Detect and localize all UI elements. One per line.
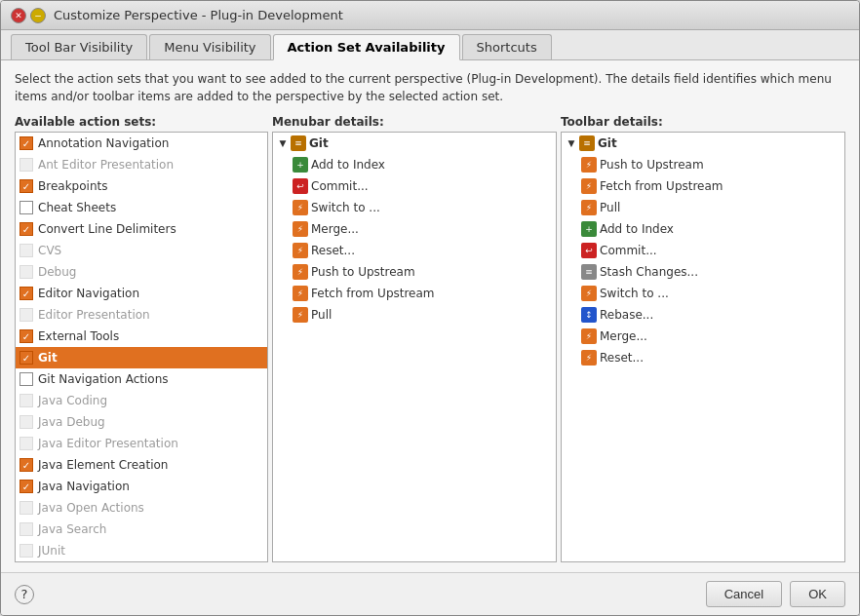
checkbox[interactable]: ✓ [20,351,33,365]
tab-menu-visibility[interactable]: Menu Visibility [149,34,270,59]
action-icon: ⚡ [293,286,308,301]
checkbox[interactable] [20,308,33,322]
tree-toggle-icon[interactable]: ▼ [566,137,577,149]
tabs-bar: Tool Bar Visibility Menu Visibility Acti… [1,30,859,60]
checkbox[interactable] [20,394,33,407]
action-icon: ≡ [581,264,597,280]
checkbox[interactable] [20,522,33,536]
available-header: Available action sets: [15,115,268,129]
checkbox[interactable] [20,372,33,386]
list-item[interactable]: ✓Convert Line Delimiters [16,218,267,240]
checkbox[interactable]: ✓ [20,287,33,300]
available-list[interactable]: ✓Annotation NavigationAnt Editor Present… [15,132,268,562]
tree-item-label: Reset... [311,244,355,257]
checkbox[interactable] [20,265,33,279]
tree-item-label: Add to Index [600,222,674,236]
list-item[interactable]: CVS [16,240,267,261]
list-item[interactable]: Ant Editor Presentation [16,154,267,175]
tree-item-label: Push to Upstream [600,158,704,172]
tab-action-set[interactable]: Action Set Availability [273,34,460,60]
tab-toolbar-visibility[interactable]: Tool Bar Visibility [11,34,147,59]
tree-item: ⚡Fetch from Upstream [273,283,556,304]
tab-shortcuts[interactable]: Shortcuts [462,34,552,59]
item-label: Debug [38,265,76,279]
menubar-list: ▼≡Git+Add to Index↩Commit...⚡Switch to .… [272,132,557,562]
action-icon: ↩ [293,178,308,194]
tree-toggle-icon[interactable]: ▼ [277,137,289,149]
checkbox[interactable] [20,501,33,515]
item-label: CVS [38,244,61,257]
checkbox[interactable]: ✓ [20,179,33,193]
tree-item: ⚡Merge... [562,326,844,347]
item-label: Java Debug [38,415,105,429]
checkbox[interactable]: ✓ [20,480,33,493]
list-item[interactable]: Java Editor Presentation [16,433,267,454]
list-item[interactable]: JUnit [16,540,267,561]
checkbox[interactable] [20,158,33,172]
action-icon: ⚡ [293,200,308,215]
action-icon: ↕ [581,307,597,323]
list-item[interactable]: ✓Breakpoints [16,175,267,197]
list-item[interactable]: ✓Editor Navigation [16,283,267,304]
tree-item: ⚡Reset... [562,347,844,368]
list-item[interactable]: Java Coding [16,390,267,411]
list-item[interactable]: ✓Java Element Creation [16,454,267,476]
action-icon: ⚡ [581,178,597,194]
item-label: Java Editor Presentation [38,437,178,450]
toolbar-panel: Toolbar details: ▼≡Git⚡Push to Upstream⚡… [561,115,845,562]
panels-container: Available action sets: ✓Annotation Navig… [15,115,845,562]
item-label: Convert Line Delimiters [38,222,176,236]
action-icon: + [581,221,597,237]
item-label: Java Element Creation [38,458,168,472]
window-title: Customize Perspective - Plug-in Developm… [54,8,343,22]
list-item[interactable]: ✓Annotation Navigation [16,133,267,154]
tree-item-label: Reset... [600,351,644,365]
ok-button[interactable]: OK [790,581,845,607]
checkbox[interactable] [20,244,33,257]
checkbox[interactable]: ✓ [20,136,33,150]
toolbar-list: ▼≡Git⚡Push to Upstream⚡Fetch from Upstre… [561,132,845,562]
checkbox[interactable] [20,437,33,450]
tree-item: ↕Rebase... [562,304,844,326]
available-panel: Available action sets: ✓Annotation Navig… [15,115,268,562]
list-item[interactable]: Java Open Actions [16,497,267,519]
list-item[interactable]: ✓Git [16,347,267,368]
footer-left: ? [15,585,34,604]
tree-item: ⚡Merge... [273,218,556,240]
footer-buttons: Cancel OK [706,581,845,607]
action-icon: ⚡ [581,200,597,215]
minimize-button[interactable]: − [30,8,46,23]
list-item[interactable]: Editor Presentation [16,304,267,326]
cancel-button[interactable]: Cancel [706,581,782,607]
tree-item: ⚡Fetch from Upstream [562,175,844,197]
item-label: Java Open Actions [38,501,144,515]
list-item[interactable]: Java Debug [16,411,267,433]
checkbox[interactable] [20,201,33,214]
checkbox[interactable]: ✓ [20,222,33,236]
list-item[interactable]: Java Search [16,519,267,540]
item-label: Cheat Sheets [38,201,116,214]
item-label: Editor Navigation [38,287,139,300]
checkbox[interactable]: ✓ [20,329,33,343]
tree-item: ↩Commit... [562,240,844,261]
title-bar: ✕ − Customize Perspective - Plug-in Deve… [1,1,859,30]
item-label: Java Coding [38,394,107,407]
checkbox[interactable]: ✓ [20,458,33,472]
checkbox[interactable] [20,415,33,429]
list-item[interactable]: Debug [16,261,267,283]
list-item[interactable]: Cheat Sheets [16,197,267,218]
close-button[interactable]: ✕ [11,8,26,23]
list-item[interactable]: Git Navigation Actions [16,368,267,390]
list-item[interactable]: ✓External Tools [16,326,267,347]
tree-item-label: Fetch from Upstream [600,179,723,193]
tree-item-label: Rebase... [600,308,653,322]
tree-item: ▼≡Git [562,133,844,154]
tree-item: ⚡Pull [273,304,556,326]
checkbox[interactable] [20,544,33,558]
action-icon: ⚡ [581,328,597,344]
description-text: Select the action sets that you want to … [15,70,845,105]
help-button[interactable]: ? [15,585,34,604]
list-item[interactable]: ✓Java Navigation [16,476,267,497]
main-window: ✕ − Customize Perspective - Plug-in Deve… [0,0,860,616]
tree-item-label: Switch to ... [600,287,669,300]
